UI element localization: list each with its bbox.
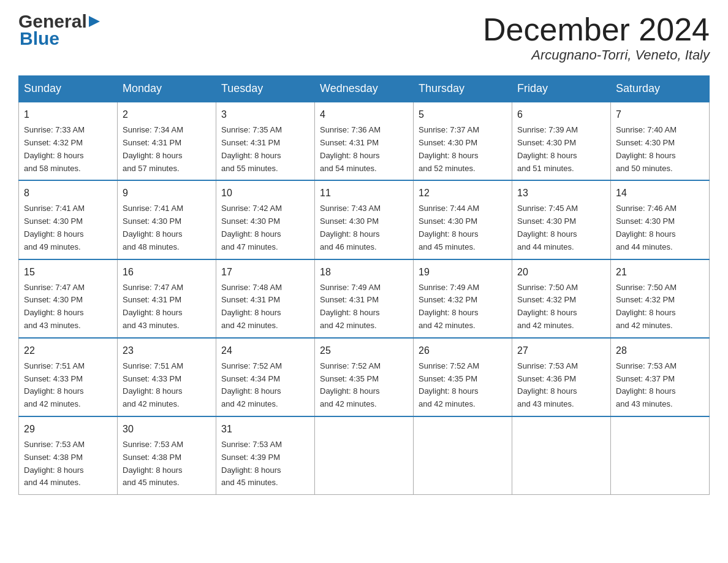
calendar-week-row-3: 15 Sunrise: 7:47 AM Sunset: 4:30 PM Dayl… (19, 259, 710, 338)
day-number: 19 (419, 265, 507, 280)
calendar-cell: 2 Sunrise: 7:34 AM Sunset: 4:31 PM Dayli… (118, 102, 216, 180)
day-info: Sunrise: 7:52 AM Sunset: 4:35 PM Dayligh… (320, 361, 381, 408)
day-number: 17 (221, 265, 309, 280)
day-info: Sunrise: 7:46 AM Sunset: 4:30 PM Dayligh… (616, 204, 677, 251)
day-number: 1 (24, 107, 112, 122)
day-number: 10 (221, 186, 309, 201)
calendar-cell (315, 416, 414, 495)
calendar-cell: 28 Sunrise: 7:53 AM Sunset: 4:37 PM Dayl… (611, 338, 710, 416)
calendar-cell: 17 Sunrise: 7:48 AM Sunset: 4:31 PM Dayl… (216, 259, 315, 338)
day-info: Sunrise: 7:50 AM Sunset: 4:32 PM Dayligh… (616, 283, 677, 330)
day-number: 31 (221, 422, 309, 437)
calendar-cell: 23 Sunrise: 7:51 AM Sunset: 4:33 PM Dayl… (118, 338, 216, 416)
calendar-cell: 29 Sunrise: 7:53 AM Sunset: 4:38 PM Dayl… (19, 416, 118, 495)
day-info: Sunrise: 7:42 AM Sunset: 4:30 PM Dayligh… (221, 204, 282, 251)
day-number: 5 (419, 107, 507, 122)
day-number: 7 (616, 107, 704, 122)
calendar-cell: 4 Sunrise: 7:36 AM Sunset: 4:31 PM Dayli… (315, 102, 414, 180)
day-number: 6 (517, 107, 605, 122)
day-number: 24 (221, 343, 309, 358)
calendar-cell: 9 Sunrise: 7:41 AM Sunset: 4:30 PM Dayli… (118, 180, 216, 259)
logo-arrow-icon (88, 15, 101, 28)
day-info: Sunrise: 7:33 AM Sunset: 4:32 PM Dayligh… (24, 125, 85, 172)
calendar-week-row-4: 22 Sunrise: 7:51 AM Sunset: 4:33 PM Dayl… (19, 338, 710, 416)
day-number: 9 (123, 186, 211, 201)
day-number: 4 (320, 107, 408, 122)
day-number: 26 (419, 343, 507, 358)
calendar-cell: 30 Sunrise: 7:53 AM Sunset: 4:38 PM Dayl… (118, 416, 216, 495)
calendar-cell (611, 416, 710, 495)
day-number: 30 (123, 422, 211, 437)
day-number: 25 (320, 343, 408, 358)
svg-marker-0 (89, 16, 100, 27)
calendar-cell: 16 Sunrise: 7:47 AM Sunset: 4:31 PM Dayl… (118, 259, 216, 338)
calendar-cell: 5 Sunrise: 7:37 AM Sunset: 4:30 PM Dayli… (414, 102, 512, 180)
day-number: 3 (221, 107, 309, 122)
day-number: 22 (24, 343, 112, 358)
calendar-cell: 10 Sunrise: 7:42 AM Sunset: 4:30 PM Dayl… (216, 180, 315, 259)
calendar-cell: 19 Sunrise: 7:49 AM Sunset: 4:32 PM Dayl… (414, 259, 512, 338)
day-number: 8 (24, 186, 112, 201)
calendar-week-row-2: 8 Sunrise: 7:41 AM Sunset: 4:30 PM Dayli… (19, 180, 710, 259)
day-info: Sunrise: 7:34 AM Sunset: 4:31 PM Dayligh… (123, 125, 183, 172)
calendar-cell: 18 Sunrise: 7:49 AM Sunset: 4:31 PM Dayl… (315, 259, 414, 338)
day-info: Sunrise: 7:53 AM Sunset: 4:38 PM Dayligh… (24, 440, 85, 487)
calendar-cell: 1 Sunrise: 7:33 AM Sunset: 4:32 PM Dayli… (19, 102, 118, 180)
day-number: 18 (320, 265, 408, 280)
column-header-wednesday: Wednesday (315, 76, 414, 102)
calendar-cell: 8 Sunrise: 7:41 AM Sunset: 4:30 PM Dayli… (19, 180, 118, 259)
day-info: Sunrise: 7:51 AM Sunset: 4:33 PM Dayligh… (24, 361, 85, 408)
day-number: 2 (123, 107, 211, 122)
day-number: 23 (123, 343, 211, 358)
day-info: Sunrise: 7:36 AM Sunset: 4:31 PM Dayligh… (320, 125, 381, 172)
day-number: 16 (123, 265, 211, 280)
day-info: Sunrise: 7:48 AM Sunset: 4:31 PM Dayligh… (221, 283, 282, 330)
day-info: Sunrise: 7:50 AM Sunset: 4:32 PM Dayligh… (517, 283, 578, 330)
day-number: 29 (24, 422, 112, 437)
day-info: Sunrise: 7:47 AM Sunset: 4:30 PM Dayligh… (24, 283, 85, 330)
calendar-cell: 31 Sunrise: 7:53 AM Sunset: 4:39 PM Dayl… (216, 416, 315, 495)
month-year-title: December 2024 (483, 12, 710, 47)
day-info: Sunrise: 7:53 AM Sunset: 4:38 PM Dayligh… (123, 440, 183, 487)
calendar-week-row-5: 29 Sunrise: 7:53 AM Sunset: 4:38 PM Dayl… (19, 416, 710, 495)
day-number: 13 (517, 186, 605, 201)
day-info: Sunrise: 7:41 AM Sunset: 4:30 PM Dayligh… (24, 204, 85, 251)
day-number: 27 (517, 343, 605, 358)
calendar-cell: 12 Sunrise: 7:44 AM Sunset: 4:30 PM Dayl… (414, 180, 512, 259)
day-info: Sunrise: 7:47 AM Sunset: 4:31 PM Dayligh… (123, 283, 183, 330)
day-number: 12 (419, 186, 507, 201)
column-header-friday: Friday (512, 76, 611, 102)
day-info: Sunrise: 7:49 AM Sunset: 4:31 PM Dayligh… (320, 283, 381, 330)
day-info: Sunrise: 7:53 AM Sunset: 4:39 PM Dayligh… (221, 440, 282, 487)
column-header-thursday: Thursday (414, 76, 512, 102)
day-info: Sunrise: 7:41 AM Sunset: 4:30 PM Dayligh… (123, 204, 183, 251)
calendar-cell: 13 Sunrise: 7:45 AM Sunset: 4:30 PM Dayl… (512, 180, 611, 259)
logo: General Blue (18, 12, 101, 49)
day-number: 14 (616, 186, 704, 201)
day-number: 11 (320, 186, 408, 201)
calendar-cell: 21 Sunrise: 7:50 AM Sunset: 4:32 PM Dayl… (611, 259, 710, 338)
calendar-cell: 26 Sunrise: 7:52 AM Sunset: 4:35 PM Dayl… (414, 338, 512, 416)
calendar-cell: 11 Sunrise: 7:43 AM Sunset: 4:30 PM Dayl… (315, 180, 414, 259)
calendar-cell: 27 Sunrise: 7:53 AM Sunset: 4:36 PM Dayl… (512, 338, 611, 416)
day-info: Sunrise: 7:39 AM Sunset: 4:30 PM Dayligh… (517, 125, 578, 172)
day-info: Sunrise: 7:53 AM Sunset: 4:36 PM Dayligh… (517, 361, 578, 408)
location-subtitle: Arcugnano-Torri, Veneto, Italy (483, 47, 710, 63)
day-info: Sunrise: 7:45 AM Sunset: 4:30 PM Dayligh… (517, 204, 578, 251)
column-header-saturday: Saturday (611, 76, 710, 102)
calendar-cell: 14 Sunrise: 7:46 AM Sunset: 4:30 PM Dayl… (611, 180, 710, 259)
day-info: Sunrise: 7:35 AM Sunset: 4:31 PM Dayligh… (221, 125, 282, 172)
day-info: Sunrise: 7:37 AM Sunset: 4:30 PM Dayligh… (419, 125, 479, 172)
day-number: 28 (616, 343, 704, 358)
calendar-table: SundayMondayTuesdayWednesdayThursdayFrid… (18, 75, 710, 495)
calendar-cell: 25 Sunrise: 7:52 AM Sunset: 4:35 PM Dayl… (315, 338, 414, 416)
calendar-header-row: SundayMondayTuesdayWednesdayThursdayFrid… (19, 76, 710, 102)
calendar-cell (512, 416, 611, 495)
day-number: 20 (517, 265, 605, 280)
header: General Blue December 2024 Arcugnano-Tor… (18, 12, 710, 63)
calendar-week-row-1: 1 Sunrise: 7:33 AM Sunset: 4:32 PM Dayli… (19, 102, 710, 180)
day-info: Sunrise: 7:52 AM Sunset: 4:35 PM Dayligh… (419, 361, 479, 408)
day-number: 15 (24, 265, 112, 280)
day-info: Sunrise: 7:44 AM Sunset: 4:30 PM Dayligh… (419, 204, 479, 251)
column-header-tuesday: Tuesday (216, 76, 315, 102)
